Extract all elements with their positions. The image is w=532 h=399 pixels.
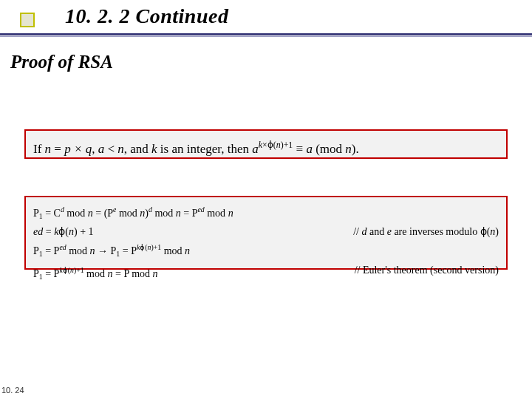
proof-box: P1 = Cd mod n = (Pe mod n)d mod n = Ped … <box>24 196 508 270</box>
var-k: k <box>151 142 157 156</box>
comment: // Euler's theorem (second version) <box>355 262 499 284</box>
lt: < <box>104 142 117 156</box>
heading-underline-thin <box>0 36 532 37</box>
proof-line-2: ed = kϕ(n) + 1 // d and e are inverses m… <box>33 224 499 239</box>
proof-line-3: P1 = Ped mod n → P1 = Pkϕ(n)+1 mod n <box>33 239 499 262</box>
mod-close: ). <box>352 142 359 156</box>
text: , and <box>124 142 151 156</box>
proof-line-4: P1 = Pkϕ(n)+1 mod n = P mod n // Euler's… <box>33 262 499 284</box>
var-n: n <box>45 142 52 156</box>
var-n: n <box>117 142 124 156</box>
congr: ≡ <box>293 142 306 156</box>
text: is an integer, then <box>157 142 253 156</box>
eq: = <box>51 142 64 156</box>
theorem-box: If n = p × q, a < n, and k is an integer… <box>24 129 508 159</box>
rhs: p × q <box>64 142 92 156</box>
exponent: k×ϕ(n)+1 <box>259 140 293 150</box>
heading-bullet <box>20 13 35 27</box>
slide-heading: 10. 2. 2 Continued <box>65 4 228 28</box>
proof-line-1: P1 = Cd mod n = (Pe mod n)d mod n = Ped … <box>33 202 499 224</box>
mod-open: (mod <box>313 142 345 156</box>
heading-underline-thick <box>0 33 532 35</box>
slide-number: 10. 24 <box>1 386 24 395</box>
base: a <box>252 142 259 156</box>
mod-n: n <box>345 142 352 156</box>
slide-subheading: Proof of RSA <box>10 52 113 72</box>
rhs-a: a <box>306 142 313 156</box>
var-a: a <box>98 142 105 156</box>
text: If <box>33 142 45 156</box>
